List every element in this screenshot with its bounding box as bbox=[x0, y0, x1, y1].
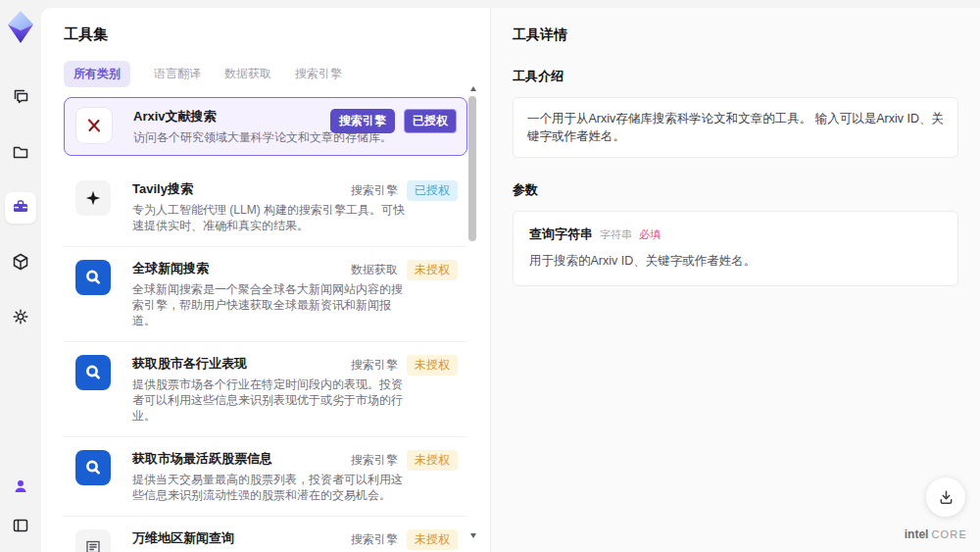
download-button[interactable] bbox=[926, 477, 965, 517]
param-required-label: 必填 bbox=[639, 226, 661, 243]
intel-core-logo: intel CORE bbox=[905, 527, 967, 541]
sidebar-avatar-button[interactable] bbox=[5, 472, 36, 503]
intel-brand-text: intel bbox=[905, 527, 929, 541]
category-badge: 搜索引擎 bbox=[351, 452, 398, 469]
active-stocks-icon bbox=[75, 450, 111, 485]
sidebar-item-folder[interactable] bbox=[5, 137, 36, 169]
arxiv-logo-icon bbox=[76, 108, 112, 143]
stock-sector-icon bbox=[75, 355, 111, 390]
package-icon bbox=[11, 252, 30, 275]
sidebar-panel-toggle-button[interactable] bbox=[5, 511, 36, 542]
intro-text-box: 一个用于从Arxiv存储库搜索科学论文和文章的工具。 输入可以是Arxiv ID… bbox=[513, 97, 958, 158]
category-badge: 搜索引擎 bbox=[351, 357, 398, 374]
param-type: 字符串 bbox=[600, 226, 632, 243]
main-content: 工具集 所有类别语言翻译数据获取搜索引擎 Arxiv文献搜索访问各个研究领域大量… bbox=[41, 8, 980, 552]
tool-description: 专为人工智能代理 (LLM) 构建的搜索引擎工具。可快速提供实时、准确和真实的结… bbox=[132, 202, 409, 233]
tab-category-3[interactable]: 搜索引擎 bbox=[295, 61, 342, 87]
chat-icon bbox=[11, 87, 30, 110]
tool-description: 提供当天交易量最高的股票列表，投资者可以利用这些信息来识别流动性强的股票和潜在的… bbox=[132, 472, 409, 503]
core-brand-text: CORE bbox=[931, 528, 967, 540]
scroll-down-icon[interactable] bbox=[470, 533, 476, 538]
tab-category-1[interactable]: 语言翻译 bbox=[154, 61, 201, 87]
auth-status-badge: 未授权 bbox=[407, 260, 458, 280]
app-root: 工具集 所有类别语言翻译数据获取搜索引擎 Arxiv文献搜索访问各个研究领域大量… bbox=[0, 0, 980, 552]
news-search-icon bbox=[75, 260, 111, 295]
tool-list-panel: 工具集 所有类别语言翻译数据获取搜索引擎 Arxiv文献搜索访问各个研究领域大量… bbox=[41, 8, 490, 552]
param-row: 查询字符串字符串必填用于搜索的Arxiv ID、关键字或作者姓名。 bbox=[529, 226, 942, 270]
settings-icon bbox=[11, 307, 30, 329]
panel-toggle-icon bbox=[11, 516, 30, 538]
tool-item-2[interactable]: Tavily搜索专为人工智能代理 (LLM) 构建的搜索引擎工具。可快速提供实时… bbox=[64, 168, 467, 247]
param-name: 查询字符串 bbox=[529, 226, 593, 243]
page-title: 工具集 bbox=[64, 25, 490, 44]
tool-list: Arxiv文献搜索访问各个研究领域大量科学论文和文章的存储库。搜索引擎已授权Ta… bbox=[64, 97, 467, 552]
avatar-icon bbox=[11, 477, 30, 499]
sidebar-item-chat[interactable] bbox=[5, 82, 36, 114]
sidebar-item-package[interactable] bbox=[5, 247, 36, 278]
category-badge: 搜索引擎 bbox=[351, 531, 398, 548]
intro-heading: 工具介绍 bbox=[513, 68, 958, 85]
category-tabs: 所有类别语言翻译数据获取搜索引擎 bbox=[64, 61, 490, 87]
sidebar-bottom bbox=[5, 472, 36, 542]
sidebar bbox=[0, 0, 41, 552]
tool-detail-panel: 工具详情 工具介绍 一个用于从Arxiv存储库搜索科学论文和文章的工具。 输入可… bbox=[490, 8, 980, 552]
tab-category-2[interactable]: 数据获取 bbox=[224, 61, 271, 87]
download-icon bbox=[938, 489, 955, 506]
tool-item-5[interactable]: 获取市场最活跃股票信息提供当天交易量最高的股票列表，投资者可以利用这些信息来识别… bbox=[64, 437, 467, 517]
detail-title: 工具详情 bbox=[513, 26, 958, 44]
scrollbar-thumb[interactable] bbox=[468, 96, 476, 241]
category-badge: 搜索引擎 bbox=[351, 182, 398, 199]
tool-description: 提供股票市场各个行业在特定时间段内的表现。投资者可以利用这些信息来识别表现优于或… bbox=[132, 376, 409, 424]
tool-item-1[interactable]: Arxiv文献搜索访问各个研究领域大量科学论文和文章的存储库。搜索引擎已授权 bbox=[64, 97, 467, 156]
auth-status-badge: 未授权 bbox=[407, 355, 458, 376]
folder-icon bbox=[11, 142, 30, 165]
auth-status-badge: 已授权 bbox=[407, 180, 458, 201]
category-badge: 数据获取 bbox=[351, 262, 398, 278]
scroll-up-icon[interactable] bbox=[470, 86, 476, 91]
app-logo-icon bbox=[7, 10, 34, 49]
tool-item-3[interactable]: 全球新闻搜索全球新闻搜索是一个聚合全球各大新闻网站内容的搜索引擎，帮助用户快速获… bbox=[64, 247, 467, 342]
auth-status-badge: 未授权 bbox=[407, 529, 458, 550]
toolbox-icon bbox=[11, 197, 30, 220]
tool-description: 全球新闻搜索是一个聚合全球各大新闻网站内容的搜索引擎，帮助用户快速获取全球最新资… bbox=[132, 281, 409, 328]
category-badge: 搜索引擎 bbox=[330, 109, 395, 133]
tool-item-6[interactable]: 万维地区新闻查询查询具体行政区划内的新闻，快速了解各地新闻动搜索引擎未授权 bbox=[64, 517, 467, 552]
auth-status-badge: 未授权 bbox=[407, 450, 458, 471]
regional-news-icon bbox=[75, 529, 111, 552]
sidebar-item-toolbox[interactable] bbox=[5, 192, 36, 224]
param-description: 用于搜索的Arxiv ID、关键字或作者姓名。 bbox=[529, 252, 942, 270]
sidebar-nav bbox=[5, 82, 36, 333]
tool-item-4[interactable]: 获取股市各行业表现提供股票市场各个行业在特定时间段内的表现。投资者可以利用这些信… bbox=[64, 342, 467, 437]
scrollbar[interactable] bbox=[468, 86, 477, 538]
tavily-star-icon bbox=[75, 180, 111, 216]
auth-status-badge: 已授权 bbox=[404, 109, 457, 133]
params-box: 查询字符串字符串必填用于搜索的Arxiv ID、关键字或作者姓名。 bbox=[513, 211, 958, 286]
sidebar-item-settings[interactable] bbox=[5, 302, 36, 333]
params-heading: 参数 bbox=[513, 181, 958, 199]
tab-category-0[interactable]: 所有类别 bbox=[64, 61, 130, 87]
